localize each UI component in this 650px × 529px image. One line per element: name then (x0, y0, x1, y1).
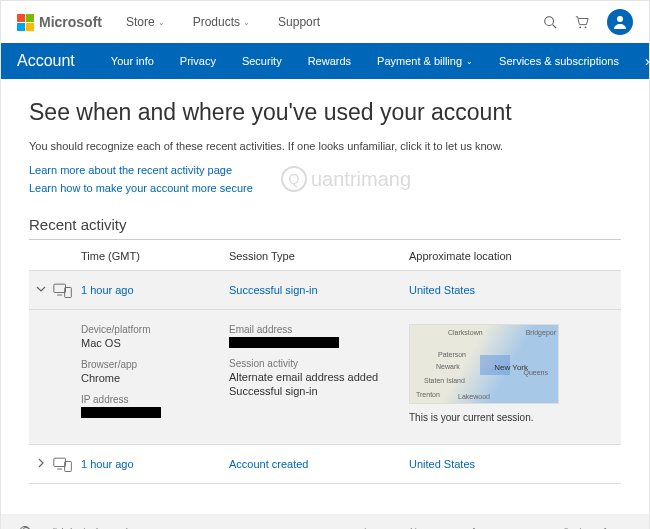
search-icon[interactable] (543, 15, 557, 29)
account-nav-brand[interactable]: Account (17, 52, 75, 70)
microsoft-logo-icon (17, 14, 34, 31)
activity-row[interactable]: 1 hour ago Successful sign-in United Sta… (29, 270, 621, 310)
microsoft-wordmark: Microsoft (39, 14, 102, 30)
expand-toggle[interactable] (29, 457, 53, 472)
map-place: Clarkstown (448, 329, 483, 336)
svg-point-4 (617, 16, 623, 22)
section-recent-activity: Recent activity (29, 216, 621, 240)
nav-security[interactable]: Security (242, 55, 282, 67)
nav-support-label: Support (278, 15, 320, 29)
chevron-down-icon: ⌄ (466, 57, 473, 66)
map-place: Lakewood (458, 393, 490, 400)
col-header-time: Time (GMT) (29, 250, 229, 262)
nav-your-info[interactable]: Your info (111, 55, 154, 67)
link-learn-activity[interactable]: Learn more about the recent activity pag… (29, 164, 621, 176)
nav-support[interactable]: Support (278, 15, 320, 29)
microsoft-logo[interactable]: Microsoft (17, 14, 102, 31)
svg-point-2 (579, 26, 581, 28)
nav-store[interactable]: Store ⌄ (126, 15, 165, 29)
nav-privacy[interactable]: Privacy (180, 55, 216, 67)
page-title: See when and where you've used your acco… (29, 99, 621, 126)
collapse-toggle[interactable] (29, 283, 53, 298)
main-content: See when and where you've used your acco… (1, 79, 649, 514)
activity-row[interactable]: 1 hour ago Account created United States (29, 445, 621, 484)
map-place: Newark (436, 363, 460, 370)
link-learn-secure[interactable]: Learn how to make your account more secu… (29, 182, 621, 194)
map-place: Paterson (438, 351, 466, 358)
activity-time: 1 hour ago (81, 284, 229, 296)
map-place: Staten Island (424, 377, 465, 384)
detail-activity-label: Session activity (229, 358, 409, 369)
person-icon (612, 14, 628, 30)
detail-activity-1: Alternate email address added (229, 371, 409, 383)
nav-store-label: Store (126, 15, 155, 29)
page-description: You should recognize each of these recen… (29, 140, 621, 152)
map-place: Trenton (416, 391, 440, 398)
device-icon (53, 281, 81, 299)
nav-services[interactable]: Services & subscriptions (499, 55, 619, 67)
nav-rewards[interactable]: Rewards (308, 55, 351, 67)
svg-rect-5 (54, 284, 66, 292)
map-place: Queens (523, 369, 548, 376)
detail-ip-redacted (81, 407, 161, 418)
detail-ip-label: IP address (81, 394, 229, 405)
activity-location: United States (409, 458, 621, 470)
nav-scroll-right[interactable]: › (645, 53, 650, 69)
svg-line-1 (553, 25, 557, 29)
top-nav: Store ⌄ Products ⌄ Support (126, 15, 320, 29)
activity-time: 1 hour ago (81, 458, 229, 470)
nav-products[interactable]: Products ⌄ (193, 15, 250, 29)
detail-device-value: Mac OS (81, 337, 229, 349)
svg-point-0 (545, 17, 554, 26)
chevron-down-icon: ⌄ (158, 18, 165, 27)
location-map: Clarkstown Bridgepor Paterson Newark Sta… (409, 324, 559, 404)
detail-email-redacted (229, 337, 339, 348)
current-session-note: This is your current session. (409, 412, 621, 423)
detail-browser-value: Chrome (81, 372, 229, 384)
global-header: Microsoft Store ⌄ Products ⌄ Support (1, 1, 649, 43)
svg-point-3 (585, 26, 587, 28)
detail-device-label: Device/platform (81, 324, 229, 335)
svg-rect-8 (54, 458, 66, 466)
detail-activity-2: Successful sign-in (229, 385, 409, 397)
account-nav: Account Your info Privacy Security Rewar… (1, 43, 649, 79)
activity-session: Account created (229, 458, 409, 470)
chevron-down-icon (35, 283, 47, 295)
account-avatar[interactable] (607, 9, 633, 35)
chevron-down-icon: ⌄ (243, 18, 250, 27)
device-icon (53, 455, 81, 473)
page-footer: English (United States) Privacy & cookie… (1, 514, 649, 529)
activity-session: Successful sign-in (229, 284, 409, 296)
nav-payment-label: Payment & billing (377, 55, 462, 67)
cart-icon[interactable] (575, 15, 589, 29)
detail-email-label: Email address (229, 324, 409, 335)
col-header-location: Approximate location (409, 250, 621, 262)
detail-browser-label: Browser/app (81, 359, 229, 370)
activity-header-row: Time (GMT) Session Type Approximate loca… (29, 240, 621, 270)
nav-payment-billing[interactable]: Payment & billing ⌄ (377, 55, 473, 67)
map-place: Bridgepor (526, 329, 556, 336)
chevron-right-icon (35, 457, 47, 469)
activity-location: United States (409, 284, 621, 296)
activity-detail-panel: Device/platform Mac OS Browser/app Chrom… (29, 310, 621, 445)
top-right-controls (543, 9, 633, 35)
col-header-session: Session Type (229, 250, 409, 262)
nav-products-label: Products (193, 15, 240, 29)
